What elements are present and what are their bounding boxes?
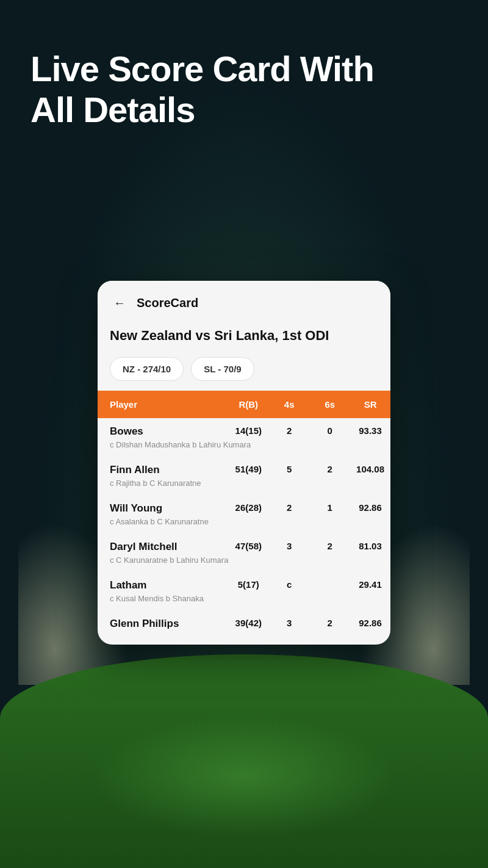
col-6s: 6s (309, 391, 350, 418)
player-sr: 92.86 (350, 610, 390, 632)
table-row: Bowes 14(15) 2 0 93.33 (98, 418, 390, 439)
grass (0, 654, 488, 868)
player-name: Glenn Phillips (98, 610, 228, 632)
table-row: Finn Allen 51(49) 5 2 104.08 (98, 457, 390, 477)
col-rb: R(B) (228, 391, 269, 418)
player-6s: 2 (309, 533, 350, 554)
player-rb: 26(28) (228, 495, 269, 516)
table-row-dismissal: c Kusal Mendis b Shanaka (98, 593, 390, 610)
grass-highlight (92, 715, 396, 837)
table-row-dismissal: c Rajitha b C Karunaratne (98, 477, 390, 495)
player-rb: 14(15) (228, 418, 269, 439)
player-6s: 0 (309, 418, 350, 439)
player-sr: 92.86 (350, 495, 390, 516)
player-6s: 1 (309, 495, 350, 516)
table-row: Latham 5(17) c 29.41 (98, 572, 390, 593)
player-name: Finn Allen (98, 457, 228, 477)
player-sr: 104.08 (350, 457, 390, 477)
table-row-dismissal: c Asalanka b C Karunaratne (98, 516, 390, 533)
score-pill-sl[interactable]: SL - 70/9 (191, 357, 254, 381)
table-row-dismissal: c C Karunaratne b Lahiru Kumara (98, 554, 390, 572)
player-name: Daryl Mitchell (98, 533, 228, 554)
player-rb: 51(49) (228, 457, 269, 477)
headline: Live Score Card With All Details (30, 49, 374, 130)
player-rb: 39(42) (228, 610, 269, 632)
player-name: Will Young (98, 495, 228, 516)
player-dismissal: c Asalanka b C Karunaratne (98, 516, 390, 533)
headline-line1: Live Score Card With (30, 49, 374, 89)
card-title: ScoreCard (137, 296, 198, 310)
player-sr: 93.33 (350, 418, 390, 439)
headline-line2: All Details (30, 90, 195, 129)
player-dismissal: c C Karunaratne b Lahiru Kumara (98, 554, 390, 572)
player-name: Latham (98, 572, 228, 593)
player-4s: 5 (269, 457, 310, 477)
player-4s: 3 (269, 533, 310, 554)
player-sr: 81.03 (350, 533, 390, 554)
score-pill-nz[interactable]: NZ - 274/10 (110, 357, 184, 381)
player-sr: 29.41 (350, 572, 390, 593)
player-dismissal: c Rajitha b C Karunaratne (98, 477, 390, 495)
table-row: Glenn Phillips 39(42) 3 2 92.86 (98, 610, 390, 632)
match-title: New Zealand vs Sri Lanka, 1st ODI (98, 322, 390, 347)
player-rb: 5(17) (228, 572, 269, 593)
player-4s: c (269, 572, 310, 593)
table-row: Will Young 26(28) 2 1 92.86 (98, 495, 390, 516)
player-4s: 2 (269, 495, 310, 516)
score-selector: NZ - 274/10 SL - 70/9 (98, 347, 390, 391)
col-player: Player (98, 391, 228, 418)
table-header-row: Player R(B) 4s 6s SR (98, 391, 390, 418)
card-header: ← ScoreCard (98, 281, 390, 322)
player-rb: 47(58) (228, 533, 269, 554)
player-4s: 3 (269, 610, 310, 632)
col-4s: 4s (269, 391, 310, 418)
player-6s: 2 (309, 457, 350, 477)
scorecard-table: Player R(B) 4s 6s SR Bowes 14(15) 2 0 93… (98, 391, 390, 632)
table-row: Daryl Mitchell 47(58) 3 2 81.03 (98, 533, 390, 554)
player-name: Bowes (98, 418, 228, 439)
scorecard-card: ← ScoreCard New Zealand vs Sri Lanka, 1s… (98, 281, 390, 645)
col-sr: SR (350, 391, 390, 418)
back-button[interactable]: ← (110, 293, 129, 313)
player-dismissal: c Kusal Mendis b Shanaka (98, 593, 390, 610)
player-6s (309, 572, 350, 593)
player-4s: 2 (269, 418, 310, 439)
table-row-dismissal: c Dilshan Madushanka b Lahiru Kumara (98, 439, 390, 457)
player-6s: 2 (309, 610, 350, 632)
player-dismissal: c Dilshan Madushanka b Lahiru Kumara (98, 439, 390, 457)
